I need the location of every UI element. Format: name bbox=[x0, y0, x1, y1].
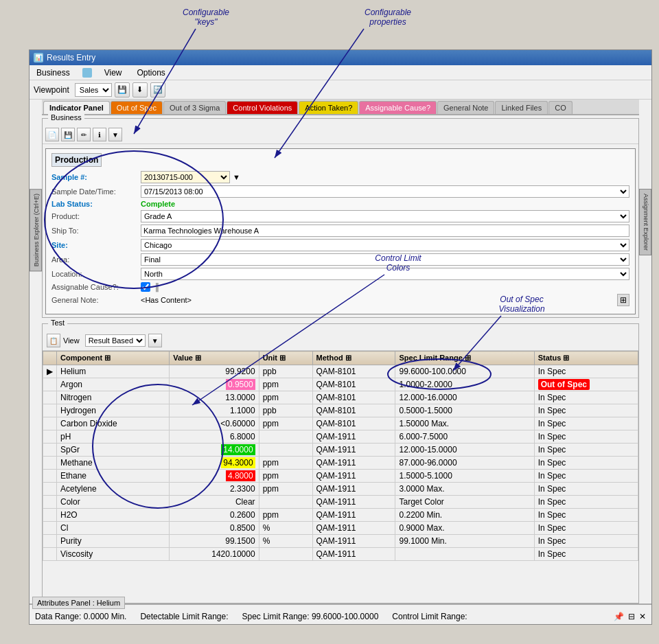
table-row[interactable]: Hydrogen1.1000ppbQAM-81010.5000-1.5000In… bbox=[43, 404, 638, 417]
cell-status: In Spec bbox=[534, 509, 638, 522]
save-button[interactable]: 💾 bbox=[115, 82, 130, 97]
bus-save-btn[interactable]: 💾 bbox=[61, 128, 75, 141]
assignment-explorer-tab[interactable]: Assignment Explorer bbox=[639, 189, 651, 255]
table-row[interactable]: pH6.8000QAM-19116.000-7.5000In Spec bbox=[43, 430, 638, 444]
cell-status: Out of Spec bbox=[534, 378, 638, 391]
tab-co[interactable]: CO bbox=[548, 101, 573, 114]
row-arrow bbox=[43, 470, 57, 483]
table-row[interactable]: Argon0.9500ppmQAM-81011.0000-2.0000Out o… bbox=[43, 378, 638, 391]
area-row: Area: Final bbox=[51, 253, 629, 266]
cell-component: Color bbox=[57, 496, 170, 509]
download-button[interactable]: ⬇ bbox=[132, 82, 148, 97]
table-row[interactable]: Methane94.3000ppmQAM-191187.000-96.0000I… bbox=[43, 457, 638, 470]
cell-method: QAM-1911 bbox=[312, 483, 395, 496]
sample-number-select[interactable]: 20130715-000 bbox=[141, 171, 230, 183]
cell-unit bbox=[259, 430, 312, 444]
svg-text:"keys": "keys" bbox=[194, 17, 218, 27]
bus-new-btn[interactable]: 📄 bbox=[45, 128, 59, 141]
cell-spec-range: 12.000-15.0000 bbox=[395, 444, 534, 457]
tab-out-of-spec[interactable]: Out of Spec bbox=[111, 101, 163, 114]
col-value: Value ⊞ bbox=[170, 352, 259, 365]
cell-status: In Spec bbox=[534, 365, 638, 378]
viewpoint-select[interactable]: Sales bbox=[75, 83, 112, 97]
row-arrow bbox=[43, 548, 57, 561]
menu-view[interactable]: View bbox=[102, 67, 125, 79]
cell-spec-range: 99.1000 Min. bbox=[395, 535, 534, 548]
cell-value: 94.3000 bbox=[170, 457, 259, 470]
window-title: Results Entry bbox=[47, 53, 95, 62]
production-title: Production bbox=[51, 153, 102, 167]
cell-unit bbox=[259, 496, 312, 509]
location-row: Location: North bbox=[51, 268, 629, 280]
tab-out-of-3sigma[interactable]: Out of 3 Sigma bbox=[163, 101, 226, 114]
table-row[interactable]: ▶Helium99.9200ppbQAM-810199.6000-100.000… bbox=[43, 365, 638, 378]
table-row[interactable]: Ethane4.8000ppmQAM-19111.5000-5.1000In S… bbox=[43, 470, 638, 483]
col-status: Status ⊞ bbox=[534, 352, 638, 365]
cell-unit: ppm bbox=[259, 509, 312, 522]
business-explorer-tab[interactable]: Business Explorer (Ctrl+E) bbox=[30, 189, 42, 271]
cell-spec-range: 12.000-16.0000 bbox=[395, 391, 534, 404]
results-table-container: Component ⊞ Value ⊞ Unit ⊞ Method ⊞ Spec… bbox=[43, 351, 638, 561]
sample-datetime-select[interactable]: 07/15/2013 08:00 bbox=[141, 185, 629, 198]
cell-spec-range: 3.0000 Max. bbox=[395, 483, 534, 496]
tab-general-note[interactable]: General Note bbox=[437, 101, 494, 114]
test-icon-btn[interactable]: 📋 bbox=[47, 334, 60, 347]
table-row[interactable]: Viscosity1420.10000QAM-1911In Spec bbox=[43, 548, 638, 561]
cell-unit: ppm bbox=[259, 391, 312, 404]
tab-indicator-panel[interactable]: Indicator Panel bbox=[43, 101, 110, 114]
cell-unit: ppm bbox=[259, 483, 312, 496]
dock-icon[interactable]: ⊟ bbox=[628, 612, 635, 621]
table-row[interactable]: ColorClearQAM-1911Target ColorIn Spec bbox=[43, 496, 638, 509]
tab-assignable-cause[interactable]: Assignable Cause? bbox=[359, 101, 437, 114]
table-row[interactable]: Purity99.1500%QAM-191199.1000 Min.In Spe… bbox=[43, 535, 638, 548]
table-row[interactable]: H2O0.2600ppmQAM-19110.2200 Min.In Spec bbox=[43, 509, 638, 522]
svg-text:properties: properties bbox=[369, 17, 406, 27]
cell-unit bbox=[259, 444, 312, 457]
refresh-button[interactable]: 🔄 bbox=[150, 82, 165, 97]
cell-spec-range bbox=[395, 548, 534, 561]
table-row[interactable]: Cl0.8500%QAM-19110.9000 Max.In Spec bbox=[43, 522, 638, 535]
view-select[interactable]: Result Based bbox=[85, 334, 146, 347]
site-select[interactable]: Chicago bbox=[141, 239, 629, 251]
cell-spec-range: Target Color bbox=[395, 496, 534, 509]
assignable-cause-label: Assignable Cause?: bbox=[51, 283, 141, 291]
general-note-button[interactable]: ⊞ bbox=[617, 294, 629, 306]
cell-unit: ppm bbox=[259, 378, 312, 391]
test-settings-btn[interactable]: ▼ bbox=[148, 334, 162, 347]
bus-filter-btn[interactable]: ▼ bbox=[108, 128, 122, 141]
cell-component: Helium bbox=[57, 365, 170, 378]
tab-control-violations[interactable]: Control Violations bbox=[227, 101, 298, 114]
col-method: Method ⊞ bbox=[312, 352, 395, 365]
tab-linked-files[interactable]: Linked Files bbox=[495, 101, 548, 114]
ship-to-input[interactable] bbox=[141, 225, 629, 237]
area-select[interactable]: Final bbox=[141, 253, 629, 266]
cell-status: In Spec bbox=[534, 444, 638, 457]
pin-icon[interactable]: 📌 bbox=[614, 612, 624, 621]
cell-status: In Spec bbox=[534, 496, 638, 509]
tab-action-taken[interactable]: Action Taken? bbox=[299, 101, 358, 114]
cell-component: Purity bbox=[57, 535, 170, 548]
bus-edit-btn[interactable]: ✏ bbox=[77, 128, 91, 141]
sample-datetime-label: Sample Date/Time: bbox=[51, 187, 141, 196]
cell-method: QAM-8101 bbox=[312, 417, 395, 430]
location-select[interactable]: North bbox=[141, 268, 629, 280]
row-arrow bbox=[43, 496, 57, 509]
table-row[interactable]: Acetylene2.3300ppmQAM-19113.0000 Max.In … bbox=[43, 483, 638, 496]
close-icon[interactable]: ✕ bbox=[639, 612, 646, 621]
control-limit: Control Limit Range: bbox=[392, 612, 467, 621]
row-arrow bbox=[43, 378, 57, 391]
bus-info-btn[interactable]: ℹ bbox=[93, 128, 106, 141]
ship-to-label: Ship To: bbox=[51, 227, 141, 235]
table-row[interactable]: Carbon Dioxide<0.60000ppmQAM-81011.50000… bbox=[43, 417, 638, 430]
table-row[interactable]: Nitrogen13.0000ppmQAM-810112.000-16.0000… bbox=[43, 391, 638, 404]
menu-business[interactable]: Business bbox=[34, 67, 73, 79]
assignable-cause-checkbox[interactable] bbox=[141, 282, 150, 292]
row-arrow bbox=[43, 483, 57, 496]
menu-options[interactable]: Options bbox=[135, 67, 168, 79]
title-bar: 📊 Results Entry bbox=[30, 50, 651, 65]
product-select[interactable]: Grade A bbox=[141, 210, 629, 222]
cell-spec-range: 6.000-7.5000 bbox=[395, 430, 534, 444]
table-row[interactable]: SpGr14.0000QAM-191112.000-15.0000In Spec bbox=[43, 444, 638, 457]
cell-value: 2.3300 bbox=[170, 483, 259, 496]
cell-method: QAM-1911 bbox=[312, 548, 395, 561]
